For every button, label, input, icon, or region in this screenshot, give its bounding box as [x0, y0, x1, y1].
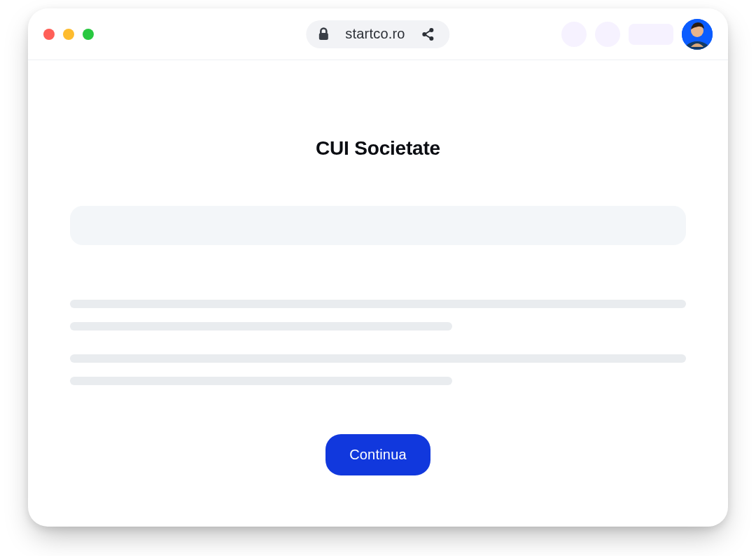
window-controls [43, 29, 94, 40]
lock-icon [317, 27, 330, 41]
url-text: startco.ro [345, 26, 405, 42]
avatar[interactable] [682, 19, 713, 50]
address-bar[interactable]: startco.ro [306, 20, 449, 48]
header-placeholder-rect [629, 24, 673, 45]
header-right-cluster [561, 19, 713, 50]
header-placeholder-circle-1 [561, 22, 587, 47]
continue-button[interactable]: Continua [326, 434, 430, 475]
maximize-window-button[interactable] [83, 29, 94, 40]
skeleton-line [70, 354, 686, 363]
skeleton-line [70, 322, 452, 331]
cui-input[interactable] [70, 206, 686, 245]
share-icon[interactable] [421, 27, 436, 42]
skeleton-line [70, 300, 686, 308]
close-window-button[interactable] [43, 29, 55, 40]
main-content: CUI Societate Continua [28, 60, 728, 475]
skeleton-line [70, 377, 452, 385]
browser-window: startco.ro [28, 8, 728, 527]
header-placeholder-circle-2 [595, 22, 620, 47]
titlebar: startco.ro [28, 8, 728, 60]
address-bar-group: startco.ro [306, 20, 449, 48]
svg-rect-0 [319, 33, 328, 40]
page-title: CUI Societate [316, 137, 440, 160]
minimize-window-button[interactable] [63, 29, 74, 40]
description-skeleton [70, 300, 686, 399]
svg-line-5 [426, 35, 430, 38]
svg-line-4 [426, 31, 430, 34]
